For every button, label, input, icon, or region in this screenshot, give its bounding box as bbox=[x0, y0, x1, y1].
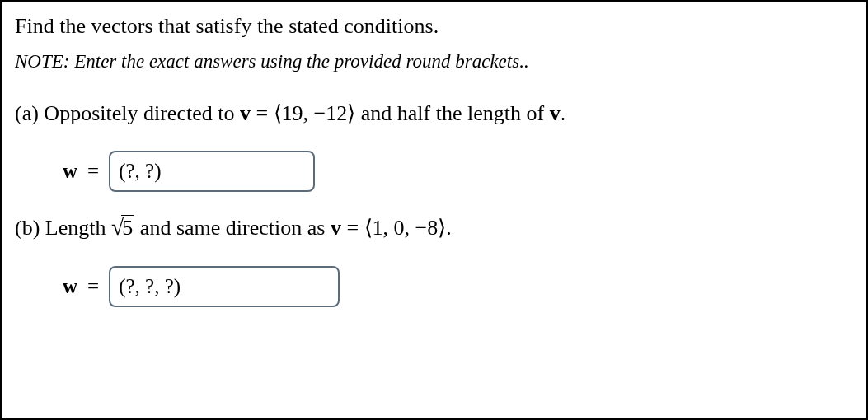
vector-v: v bbox=[240, 101, 251, 125]
w-label-b: w bbox=[63, 273, 77, 301]
part-b-text1: Length bbox=[45, 216, 111, 240]
vector-v-b: v bbox=[331, 216, 341, 240]
part-a-period: . bbox=[561, 101, 566, 125]
part-b-period: . bbox=[446, 216, 452, 240]
radicand: 5 bbox=[121, 215, 134, 240]
part-b-label: (b) bbox=[15, 216, 40, 240]
part-a-text2: and half the length of bbox=[355, 101, 549, 125]
part-b-text: (b) Length √5 and same direction as v = … bbox=[15, 212, 853, 243]
part-b-input[interactable] bbox=[109, 266, 340, 307]
problem-title: Find the vectors that satisfy the stated… bbox=[15, 12, 853, 40]
problem-box: Find the vectors that satisfy the stated… bbox=[0, 0, 868, 420]
part-a-text: (a) Oppositely directed to v = ⟨19, −12⟩… bbox=[15, 99, 853, 128]
part-a-vector: ⟨19, −12⟩ bbox=[274, 101, 356, 125]
vector-v2: v bbox=[550, 101, 561, 125]
w-eq-a: = bbox=[87, 157, 99, 185]
part-a: (a) Oppositely directed to v = ⟨19, −12⟩… bbox=[15, 99, 853, 192]
part-a-input[interactable] bbox=[109, 151, 315, 192]
part-b-vector: ⟨1, 0, −8⟩ bbox=[364, 216, 447, 240]
w-eq-b: = bbox=[87, 273, 99, 301]
part-a-label: (a) bbox=[15, 101, 39, 125]
part-b-answer-row: w = bbox=[63, 266, 853, 307]
part-a-eq: = bbox=[251, 101, 274, 125]
problem-note: NOTE: Enter the exact answers using the … bbox=[15, 49, 853, 74]
part-a-answer-row: w = bbox=[63, 151, 853, 192]
w-label-a: w bbox=[63, 157, 77, 185]
part-b: (b) Length √5 and same direction as v = … bbox=[15, 212, 853, 307]
part-b-eq: = bbox=[341, 216, 364, 240]
part-b-text2: and same direction as bbox=[134, 216, 331, 240]
sqrt-5: √5 bbox=[111, 212, 134, 243]
part-a-text1: Oppositely directed to bbox=[44, 101, 240, 125]
